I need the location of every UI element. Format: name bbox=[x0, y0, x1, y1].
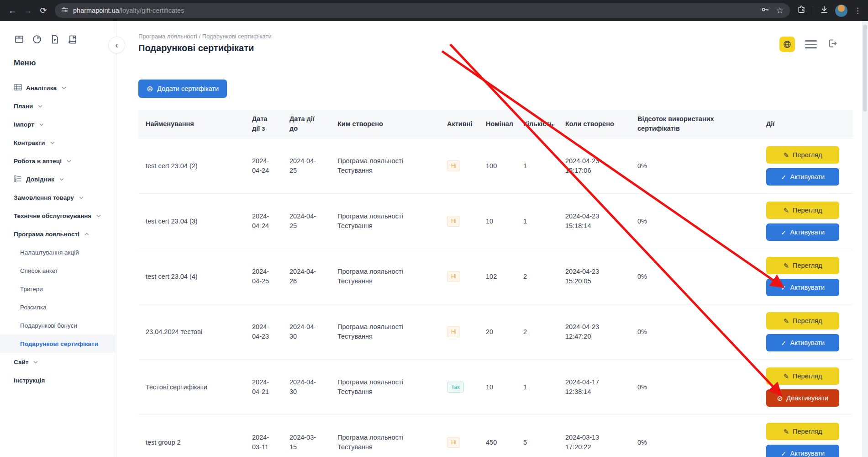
cell-created-by: Програма лояльності Тестування bbox=[326, 212, 436, 231]
view-button[interactable]: ✎Перегляд bbox=[766, 202, 839, 219]
sidebar-item-directory[interactable]: Довідник bbox=[14, 170, 116, 188]
table-row: Тестові сертифікати2024-04-212024-04-30П… bbox=[138, 360, 853, 415]
cell-date-from: 2024-04-24 bbox=[241, 212, 279, 231]
sidebar-subitem-gift-certificates[interactable]: Подарункові сертифікати bbox=[0, 335, 116, 353]
cell-created-by: Програма лояльності Тестування bbox=[326, 267, 436, 286]
sidebar-item-label: Програма лояльності bbox=[14, 231, 79, 238]
view-button-label: Перегляд bbox=[793, 372, 822, 380]
password-key-icon[interactable] bbox=[761, 5, 770, 16]
sidebar-subitem-questionnaires[interactable]: Список анкет bbox=[14, 261, 116, 280]
content-area: ⊕ Додати сертифікати НайменуванняДата ді… bbox=[116, 64, 868, 457]
deactivate-button[interactable]: ⊘Деактивувати bbox=[766, 389, 839, 407]
view-button[interactable]: ✎Перегляд bbox=[766, 312, 839, 329]
chevron-up-icon bbox=[84, 233, 89, 236]
edit-pencil-icon: ✎ bbox=[784, 262, 789, 269]
cell-date-to: 2024-04-25 bbox=[279, 212, 326, 231]
browser-back-button[interactable]: ← bbox=[5, 3, 20, 18]
sidebar-item-analytics[interactable]: Аналітика bbox=[14, 79, 116, 97]
sidebar-item-plans[interactable]: Плани bbox=[14, 97, 116, 115]
view-button[interactable]: ✎Перегляд bbox=[766, 423, 839, 440]
sidebar-subitem-mailing[interactable]: Розсилка bbox=[14, 298, 116, 316]
logout-icon[interactable] bbox=[827, 38, 838, 51]
add-certificates-button[interactable]: ⊕ Додати сертифікати bbox=[138, 80, 227, 98]
pie-chart-icon[interactable] bbox=[32, 34, 42, 45]
cell-actions: ✎Перегляд✓Активувати bbox=[753, 257, 853, 296]
view-button[interactable]: ✎Перегляд bbox=[766, 367, 839, 385]
cell-actions: ✎Перегляд⊘Деактивувати bbox=[753, 367, 853, 407]
chevron-down-icon bbox=[62, 86, 66, 90]
profile-avatar[interactable] bbox=[835, 5, 847, 17]
deactivate-button-label: Деактивувати bbox=[786, 394, 828, 402]
url-text[interactable]: pharmapoint.ua/loyalty/gift-certificates bbox=[73, 7, 756, 14]
cell-used-percent: 0% bbox=[626, 161, 753, 171]
table-row: test cert 23.04 (2)2024-04-242024-04-25П… bbox=[138, 138, 853, 194]
scrollbar[interactable] bbox=[862, 21, 868, 457]
column-header: Активні bbox=[436, 115, 475, 133]
sidebar-item-label: Імпорт bbox=[14, 121, 34, 128]
sidebar-subitem-triggers[interactable]: Тригери bbox=[14, 280, 116, 298]
browser-forward-button[interactable]: → bbox=[20, 3, 36, 18]
view-button[interactable]: ✎Перегляд bbox=[766, 257, 839, 274]
sidebar-list-icon bbox=[14, 175, 22, 184]
cell-quantity: 2 bbox=[512, 272, 554, 282]
menu-heading: Меню bbox=[14, 58, 116, 68]
active-badge: Ні bbox=[447, 437, 460, 448]
cell-name: 23.04.2024 тестові bbox=[138, 327, 241, 337]
address-bar[interactable]: pharmapoint.ua/loyalty/gift-certificates… bbox=[55, 3, 790, 18]
chevron-down-icon bbox=[96, 214, 101, 218]
active-badge: Ні bbox=[447, 271, 460, 282]
activate-button[interactable]: ✓Активувати bbox=[766, 223, 839, 241]
sidebar-item-import[interactable]: Імпорт bbox=[14, 115, 116, 133]
cell-created-by: Програма лояльності Тестування bbox=[326, 322, 436, 341]
browser-reload-button[interactable]: ⟳ bbox=[36, 3, 51, 18]
activate-button[interactable]: ✓Активувати bbox=[766, 445, 839, 457]
cell-nominal: 102 bbox=[475, 272, 512, 282]
download-icon[interactable] bbox=[820, 5, 829, 16]
book-icon[interactable] bbox=[67, 34, 78, 45]
check-icon: ✓ bbox=[781, 174, 787, 181]
check-icon: ✓ bbox=[781, 450, 787, 457]
sidebar-item-goods-order[interactable]: Замовлення товару bbox=[14, 188, 116, 207]
activate-button[interactable]: ✓Активувати bbox=[766, 279, 839, 296]
archive-icon[interactable] bbox=[14, 34, 25, 45]
chrome-separator bbox=[813, 6, 813, 15]
sidebar-item-maintenance[interactable]: Технічне обслуговування bbox=[14, 207, 116, 225]
bookmark-star-icon[interactable]: ☆ bbox=[776, 5, 784, 16]
cell-nominal: 10 bbox=[475, 383, 512, 392]
ban-icon: ⊘ bbox=[777, 395, 783, 402]
sidebar-subitem-promo-settings[interactable]: Налаштування акцій bbox=[14, 243, 116, 261]
sidebar-item-contracts[interactable]: Контракти bbox=[14, 133, 116, 152]
add-certificates-label: Додати сертифікати bbox=[157, 85, 219, 92]
active-badge: Так bbox=[447, 382, 464, 393]
scrollbar-thumb[interactable] bbox=[863, 25, 867, 112]
activate-button[interactable]: ✓Активувати bbox=[766, 168, 839, 186]
sidebar-item-site[interactable]: Сайт bbox=[14, 353, 116, 371]
view-button-label: Перегляд bbox=[793, 317, 822, 324]
cell-date-from: 2024-04-21 bbox=[241, 377, 279, 397]
sidebar-item-loyalty-program[interactable]: Програма лояльності bbox=[14, 225, 116, 243]
edit-pencil-icon: ✎ bbox=[784, 207, 789, 214]
document-icon[interactable] bbox=[49, 34, 60, 45]
hamburger-menu-icon[interactable] bbox=[805, 40, 817, 48]
page-header: Програма лояльності / Подарункові сертиф… bbox=[116, 21, 868, 64]
sidebar-item-instruction[interactable]: Інструкція bbox=[14, 371, 116, 389]
chrome-menu-icon[interactable]: ⋮ bbox=[854, 6, 862, 16]
site-settings-icon[interactable] bbox=[61, 6, 68, 15]
sidebar-top-icons bbox=[14, 34, 116, 45]
sidebar-subitem-gift-bonuses[interactable]: Подарункові бонуси bbox=[14, 316, 116, 335]
cell-created-by: Програма лояльності Тестування bbox=[326, 156, 436, 175]
cell-created-at: 2024-04-23 15:18:14 bbox=[554, 212, 626, 231]
sidebar-collapse-button[interactable]: ‹ bbox=[108, 37, 125, 53]
activate-button[interactable]: ✓Активувати bbox=[766, 334, 839, 351]
cell-date-to: 2024-03-15 bbox=[279, 433, 326, 452]
cell-nominal: 20 bbox=[475, 327, 512, 337]
view-button-label: Перегляд bbox=[793, 207, 822, 214]
language-globe-button[interactable] bbox=[779, 37, 795, 52]
edit-pencil-icon: ✎ bbox=[784, 152, 789, 159]
extensions-icon[interactable] bbox=[797, 5, 806, 16]
cell-nominal: 100 bbox=[475, 161, 512, 171]
cell-quantity: 1 bbox=[512, 383, 554, 392]
view-button[interactable]: ✎Перегляд bbox=[766, 146, 839, 164]
sidebar-item-pharmacy-work[interactable]: Робота в аптеці bbox=[14, 152, 116, 170]
sidebar-item-label: Технічне обслуговування bbox=[14, 213, 91, 219]
